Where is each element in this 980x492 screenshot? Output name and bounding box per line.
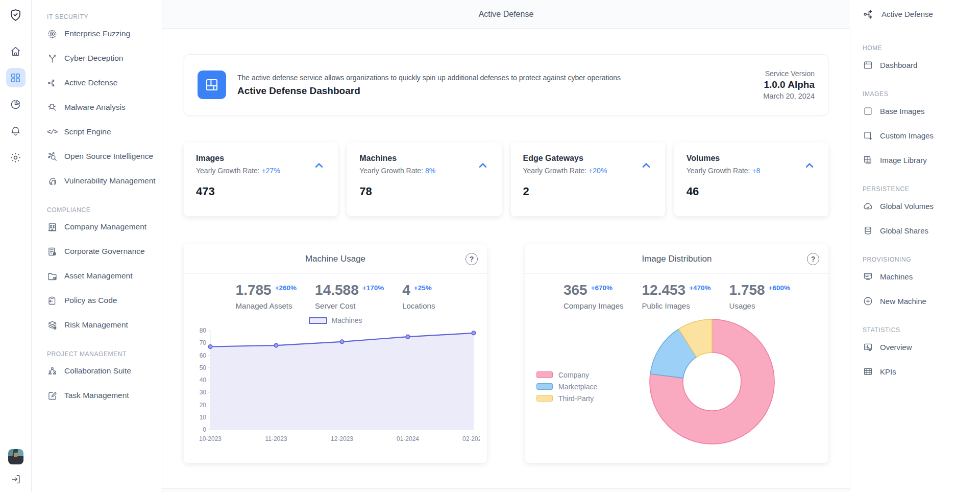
- svg-text:10: 10: [200, 414, 207, 421]
- osint-icon: [47, 151, 58, 162]
- svg-text:40: 40: [200, 377, 207, 384]
- legend-item-machines[interactable]: Machines: [184, 316, 487, 324]
- rail-button-gear[interactable]: [6, 148, 26, 167]
- sidebar-item-dashboard[interactable]: Dashboard: [863, 53, 976, 77]
- chart-stat-label: Company Images: [564, 301, 624, 310]
- stat-card-title: Machines: [359, 154, 489, 163]
- legend-item-third-party[interactable]: Third-Party: [536, 394, 597, 403]
- stat-card-value: 78: [359, 185, 489, 198]
- sidebar-item-overview[interactable]: Overview: [863, 335, 976, 359]
- chart-stats-row: 365+670%Company Images12.453+470%Public …: [525, 274, 828, 310]
- section-title-home: HOME: [863, 44, 976, 52]
- stat-card-value: 46: [687, 185, 816, 198]
- chart-stat-usages: 1.758+600%Usages: [729, 283, 791, 310]
- plus-circle-icon: [863, 296, 873, 307]
- banner-title: Active Defense Dashboard: [237, 85, 752, 97]
- dashboard-layout-icon: [198, 71, 226, 99]
- image-distribution-card: Image Distribution?365+670%Company Image…: [525, 244, 828, 463]
- sidebar-item-risk-management[interactable]: Risk Management: [47, 313, 157, 337]
- legend-label: Machines: [332, 316, 362, 324]
- sidebar-item-collaboration-suite[interactable]: Collaboration Suite: [47, 359, 157, 383]
- chart-stat-value: 1.758: [729, 283, 765, 297]
- right-sidebar-header: Active Defense: [850, 0, 980, 28]
- sidebar-item-label: Asset Management: [64, 271, 133, 280]
- collapse-chevron-up-icon[interactable]: [312, 159, 326, 172]
- chart-stat-company-images: 365+670%Company Images: [564, 283, 624, 310]
- sidebar-item-base-images[interactable]: Base Images: [863, 99, 976, 123]
- sidebar-item-custom-images[interactable]: Custom Images: [863, 123, 976, 148]
- sidebar-item-active-defense[interactable]: Active Defense: [47, 71, 157, 95]
- rail-button-pie[interactable]: [6, 95, 26, 114]
- chart-stat-value: 1.785: [236, 283, 272, 297]
- svg-text:0: 0: [203, 426, 206, 433]
- chart-title: Image Distribution: [642, 254, 712, 264]
- sidebar-item-label: Collaboration Suite: [64, 366, 131, 376]
- sidebar-item-label: Task Management: [64, 391, 129, 400]
- rail-button-bell[interactable]: [6, 121, 26, 140]
- chart-stat-delta: +670%: [591, 284, 612, 292]
- layers-eye-icon: [47, 320, 58, 331]
- chart-doc-icon: [863, 342, 873, 353]
- legend-item-marketplace[interactable]: Marketplace: [536, 383, 597, 391]
- help-icon[interactable]: ?: [807, 253, 819, 265]
- app-logo: [9, 8, 22, 22]
- svg-text:01-2024: 01-2024: [397, 435, 419, 442]
- sidebar-item-cyber-deception[interactable]: Cyber Deception: [47, 46, 157, 71]
- chart-stat-value: 12.453: [642, 283, 686, 297]
- user-avatar[interactable]: [8, 449, 23, 464]
- right-sidebar-title: Active Defense: [881, 10, 933, 18]
- machine-usage-line-chart: 0102030405060708010-202311-202312-202301…: [191, 326, 480, 445]
- home-icon: [10, 45, 21, 57]
- icon-rail: [0, 0, 32, 492]
- sidebar-item-machines[interactable]: Machines: [863, 264, 976, 289]
- logout-icon: [10, 474, 21, 485]
- sidebar-item-global-shares[interactable]: Global Shares: [863, 218, 976, 243]
- stat-card-volumes: VolumesYearly Growth Rate: +846: [674, 143, 828, 216]
- sidebar-item-enterprise-fuzzing[interactable]: Enterprise Fuzzing: [47, 21, 157, 46]
- chevron-up-icon: [476, 159, 489, 172]
- stat-card-title: Edge Gateways: [523, 154, 653, 163]
- dashboard-banner: The active defense service allows organi…: [184, 54, 828, 115]
- rail-button-home[interactable]: [6, 41, 26, 61]
- stat-card-title: Volumes: [687, 154, 816, 163]
- sidebar-item-corporate-governance[interactable]: Corporate Governance: [47, 239, 157, 264]
- bug-search-icon: [47, 102, 58, 113]
- sidebar-item-label: Base Images: [880, 107, 925, 115]
- sidebar-item-image-library[interactable]: Image Library: [863, 148, 976, 172]
- dashboard-layout-icon: [204, 77, 220, 93]
- rail-button-grid[interactable]: [6, 68, 26, 87]
- help-icon[interactable]: ?: [465, 253, 478, 265]
- stat-card-edge-gateways: Edge GatewaysYearly Growth Rate: +20%2: [511, 143, 665, 216]
- stat-card-value: 473: [196, 185, 326, 198]
- sidebar-item-asset-management[interactable]: Asset Management: [47, 264, 157, 288]
- edit-icon: [47, 390, 58, 401]
- collapse-chevron-up-icon[interactable]: [803, 159, 816, 172]
- machine-usage-card: Machine Usage?1.785+260%Managed Assets14…: [184, 244, 487, 463]
- section-title-it-security: IT SECURITY: [47, 13, 157, 20]
- collapse-chevron-up-icon[interactable]: [640, 159, 653, 172]
- sidebar-item-global-volumes[interactable]: Global Volumes: [863, 194, 976, 218]
- sidebar-item-task-management[interactable]: Task Management: [47, 383, 157, 408]
- sidebar-item-label: Dashboard: [880, 61, 917, 69]
- section-title-provisioning: PROVISIONING: [863, 256, 976, 263]
- sidebar-item-script-engine[interactable]: </>Script Engine: [47, 120, 157, 144]
- chart-stat-label: Usages: [729, 301, 791, 310]
- sidebar-item-policy-as-code[interactable]: Policy as Code: [47, 288, 157, 313]
- sidebar-item-vulnerability-management[interactable]: Vulnerability Management: [47, 169, 157, 193]
- svg-text:60: 60: [200, 352, 207, 359]
- charts-row: Machine Usage?1.785+260%Managed Assets14…: [184, 244, 828, 463]
- svg-text:20: 20: [200, 402, 207, 409]
- sidebar-item-open-source-intelligence[interactable]: Open Source Intelligence: [47, 144, 157, 169]
- sidebar-item-malware-analysis[interactable]: Malware Analysis: [47, 95, 157, 120]
- sidebar-item-kpis[interactable]: KPIs: [863, 359, 976, 384]
- sidebar-item-label: KPIs: [880, 367, 896, 376]
- stat-card-growth: Yearly Growth Rate: +20%: [523, 167, 653, 175]
- chart-body: Machines0102030405060708010-202311-20231…: [184, 310, 487, 463]
- sidebar-item-new-machine[interactable]: New Machine: [863, 289, 976, 313]
- logout-icon[interactable]: [10, 474, 21, 485]
- legend-item-company[interactable]: Company: [536, 371, 597, 379]
- chevron-up-icon: [640, 159, 653, 172]
- collapse-chevron-up-icon[interactable]: [476, 159, 489, 172]
- sidebar-item-label: Enterprise Fuzzing: [64, 29, 130, 38]
- sidebar-item-company-management[interactable]: Company Management: [47, 215, 157, 239]
